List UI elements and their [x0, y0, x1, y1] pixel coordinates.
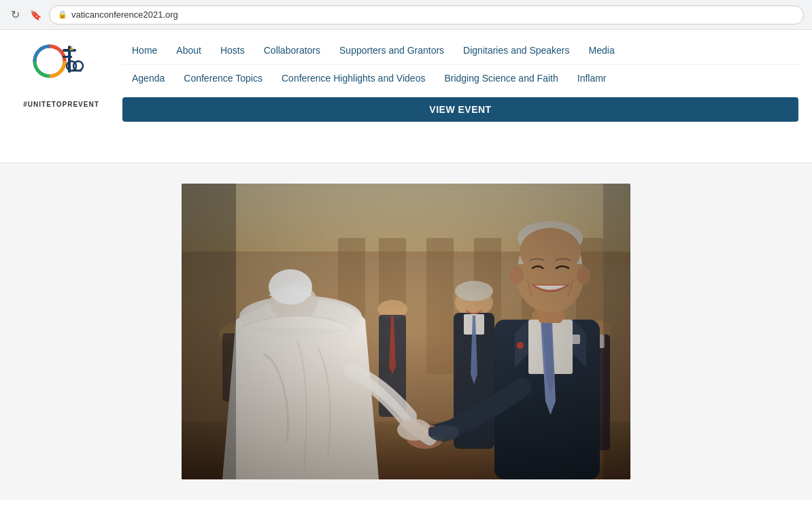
url-text: vaticanconference2021.org — [71, 10, 178, 20]
browser-chrome: ↻ 🔖 🔒 vaticanconference2021.org — [0, 0, 812, 30]
hero-svg — [182, 184, 630, 479]
nav-about[interactable]: About — [167, 42, 211, 58]
svg-point-6 — [73, 61, 83, 71]
nav-topics[interactable]: Conference Topics — [174, 70, 272, 86]
address-bar[interactable]: 🔒 vaticanconference2021.org — [49, 5, 804, 24]
svg-rect-65 — [182, 184, 630, 479]
site-header: #UNITETOPREVENT Home About Hosts Collabo… — [0, 30, 812, 163]
view-event-button[interactable]: VIEW EVENT — [122, 97, 798, 122]
bookmark-icon: 🔖 — [29, 8, 42, 22]
nav-row-2: Agenda Conference Topics Conference High… — [122, 65, 798, 92]
nav-bridging[interactable]: Bridging Science and Faith — [435, 70, 567, 86]
nav-inflamr[interactable]: Inflamr — [568, 70, 616, 86]
logo-svg — [31, 42, 92, 97]
refresh-button[interactable]: ↻ — [8, 8, 22, 22]
nav-highlights[interactable]: Conference Highlights and Videos — [272, 70, 435, 86]
hero-image — [182, 184, 630, 479]
nav-row-1: Home About Hosts Collaborators Supporter… — [122, 37, 798, 65]
logo-area: #UNITETOPREVENT — [14, 30, 122, 120]
nav-hosts[interactable]: Hosts — [211, 42, 254, 58]
nav-dignitaries[interactable]: Dignitaries and Speakers — [454, 42, 579, 58]
svg-rect-4 — [63, 56, 72, 58]
nav-home[interactable]: Home — [122, 42, 167, 58]
nav-agenda[interactable]: Agenda — [122, 70, 174, 86]
nav-media[interactable]: Media — [579, 42, 624, 58]
nav-area: Home About Hosts Collaborators Supporter… — [122, 30, 798, 122]
logo-tagline: #UNITETOPREVENT — [23, 101, 99, 108]
nav-collaborators[interactable]: Collaborators — [254, 42, 330, 58]
main-content — [0, 163, 812, 500]
lock-icon: 🔒 — [58, 10, 67, 19]
nav-supporters[interactable]: Supporters and Grantors — [330, 42, 454, 58]
